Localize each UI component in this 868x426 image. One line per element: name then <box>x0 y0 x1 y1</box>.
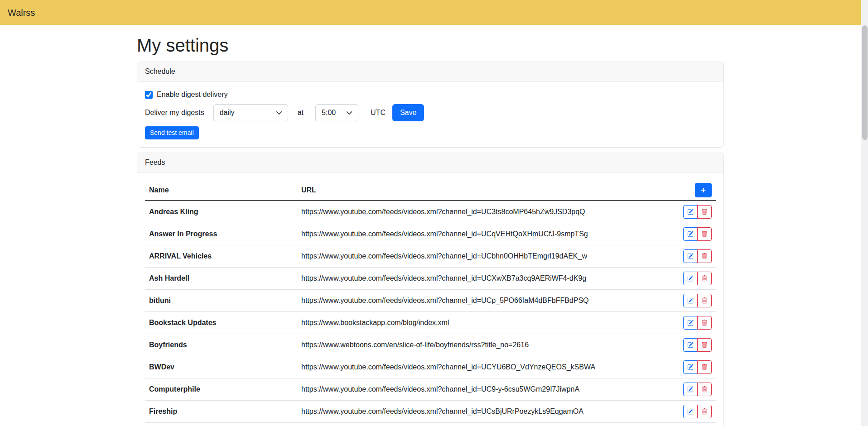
feed-name: Boyfriends <box>145 334 297 356</box>
enable-digest-checkbox[interactable] <box>145 91 153 99</box>
feed-url: https://www.youtube.com/feeds/videos.xml… <box>297 245 675 268</box>
feed-actions <box>675 223 716 245</box>
delete-feed-button[interactable] <box>697 338 712 352</box>
feed-name: bitluni <box>145 290 297 312</box>
feed-url: https://www.youtube.com/feeds/videos.xml… <box>297 223 675 245</box>
feed-row: bitluni https://www.youtube.com/feeds/vi… <box>145 290 716 312</box>
send-test-email-button[interactable]: Send test email <box>145 126 199 139</box>
feed-row: Fireship https://www.youtube.com/feeds/v… <box>145 401 716 423</box>
schedule-card-header: Schedule <box>137 62 723 81</box>
feeds-header-row: Name URL + <box>145 180 716 201</box>
feeds-card-header: Feeds <box>137 153 723 172</box>
edit-feed-button[interactable] <box>683 227 698 241</box>
edit-icon <box>687 253 694 259</box>
schedule-card-body: Enable digest delivery Deliver my digest… <box>137 81 723 147</box>
delete-feed-button[interactable] <box>697 227 712 241</box>
add-feed-button[interactable]: + <box>695 183 712 197</box>
feed-actions <box>675 401 716 423</box>
delete-feed-button[interactable] <box>697 360 712 374</box>
browser-viewport: Walrss My settings Schedule Enable diges… <box>0 0 868 426</box>
delete-feed-button[interactable] <box>697 249 712 263</box>
delete-feed-button[interactable] <box>697 405 712 418</box>
feeds-table: Name URL + Andreas Kling https://www.you… <box>145 180 716 426</box>
trash-icon <box>701 342 708 348</box>
edit-feed-button[interactable] <box>683 405 698 418</box>
scrollbar-track[interactable] <box>861 0 868 426</box>
edit-feed-button[interactable] <box>683 383 698 396</box>
edit-feed-button[interactable] <box>683 205 698 219</box>
feed-url: https://www.webtoons.com/en/slice-of-lif… <box>297 334 675 356</box>
feed-name: Bookstack Updates <box>145 312 297 334</box>
trash-icon <box>701 320 708 326</box>
column-header-name: Name <box>145 180 297 201</box>
edit-feed-button[interactable] <box>683 338 698 352</box>
trash-icon <box>701 209 708 215</box>
edit-feed-button[interactable] <box>683 360 698 374</box>
brand-link[interactable]: Walrss <box>8 6 35 19</box>
feed-name: Andreas Kling <box>145 201 297 223</box>
top-navbar: Walrss <box>0 0 861 25</box>
page: Walrss My settings Schedule Enable diges… <box>0 0 861 426</box>
feed-row: ARRIVAL Vehicles https://www.youtube.com… <box>145 245 716 268</box>
feed-actions <box>675 312 716 334</box>
edit-feed-button[interactable] <box>683 249 698 263</box>
feed-actions <box>675 334 716 356</box>
time-select[interactable]: 5:00 <box>315 104 358 121</box>
feed-url: https://www.youtube.com/feeds/videos.xml… <box>297 356 675 378</box>
edit-icon <box>687 386 694 392</box>
time-select-wrap: 5:00 <box>315 104 358 121</box>
trash-icon <box>701 275 708 282</box>
edit-feed-button[interactable] <box>683 272 698 285</box>
feeds-table-body: Andreas Kling https://www.youtube.com/fe… <box>145 201 716 426</box>
feed-row: Go Time https://changelog.com/gotime/fee… <box>145 423 716 426</box>
edit-feed-button[interactable] <box>683 316 698 330</box>
frequency-select[interactable]: daily <box>213 104 288 121</box>
deliver-row: Deliver my digests daily at <box>145 104 716 121</box>
feed-actions-group <box>683 205 712 219</box>
enable-digest-label[interactable]: Enable digest delivery <box>157 89 228 100</box>
feed-actions <box>675 268 716 290</box>
edit-feed-button[interactable] <box>683 294 698 307</box>
column-header-actions: + <box>675 180 716 201</box>
feed-actions-group <box>683 316 712 330</box>
feed-row: Andreas Kling https://www.youtube.com/fe… <box>145 201 716 223</box>
feed-url: https://www.youtube.com/feeds/videos.xml… <box>297 401 675 423</box>
feed-url: https://www.youtube.com/feeds/videos.xml… <box>297 290 675 312</box>
main-container: My settings Schedule Enable digest deliv… <box>131 34 729 426</box>
feed-name: ARRIVAL Vehicles <box>145 245 297 268</box>
feed-row: BWDev https://www.youtube.com/feeds/vide… <box>145 356 716 378</box>
scrollbar-thumb[interactable] <box>862 25 868 140</box>
feed-actions-group <box>683 338 712 352</box>
save-button[interactable]: Save <box>392 104 424 121</box>
feed-actions <box>675 290 716 312</box>
utc-label: UTC <box>371 107 386 118</box>
trash-icon <box>701 231 708 237</box>
feed-name: Ash Hardell <box>145 268 297 290</box>
schedule-card: Schedule Enable digest delivery Deliver … <box>137 62 724 148</box>
feed-url: https://www.youtube.com/feeds/videos.xml… <box>297 201 675 223</box>
trash-icon <box>701 364 708 370</box>
feed-url: https://changelog.com/gotime/feed <box>297 423 675 426</box>
delete-feed-button[interactable] <box>697 316 712 330</box>
delete-feed-button[interactable] <box>697 205 712 219</box>
delete-feed-button[interactable] <box>697 383 712 396</box>
feed-name: Answer In Progress <box>145 223 297 245</box>
feed-name: Fireship <box>145 401 297 423</box>
edit-icon <box>687 297 694 304</box>
feed-actions-group <box>683 405 712 418</box>
feed-actions-group <box>683 383 712 396</box>
frequency-select-wrap: daily <box>213 104 288 121</box>
trash-icon <box>701 386 708 392</box>
feed-actions <box>675 245 716 268</box>
delete-feed-button[interactable] <box>697 294 712 307</box>
feed-name: Computerphile <box>145 378 297 401</box>
edit-icon <box>687 342 694 348</box>
feed-actions-group <box>683 294 712 307</box>
delete-feed-button[interactable] <box>697 272 712 285</box>
edit-icon <box>687 320 694 326</box>
feed-row: Bookstack Updates https://www.bookstacka… <box>145 312 716 334</box>
column-header-url: URL <box>297 180 675 201</box>
feed-actions-group <box>683 272 712 285</box>
trash-icon <box>701 297 708 304</box>
trash-icon <box>701 408 708 415</box>
